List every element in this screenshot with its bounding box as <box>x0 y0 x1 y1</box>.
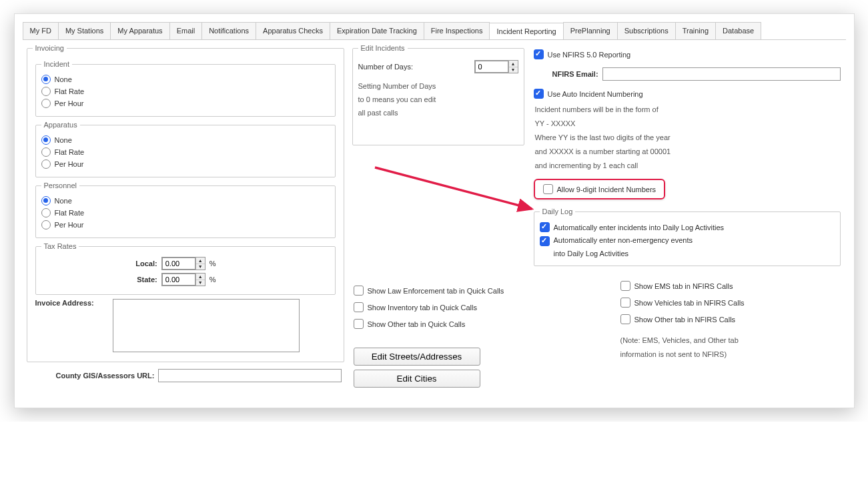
tab-subscriptions[interactable]: Subscriptions <box>617 22 676 39</box>
incident-none-radio[interactable] <box>41 75 51 84</box>
show-other-nfirs-checkbox[interactable] <box>620 314 630 324</box>
tab-expiration-date-tracking[interactable]: Expiration Date Tracking <box>330 22 424 39</box>
show-law-label: Show Law Enforcement tab in Quick Calls <box>368 287 504 295</box>
daily-log-legend: Daily Log <box>540 207 576 215</box>
days-input[interactable] <box>475 61 508 73</box>
settings-window: My FDMy StationsMy ApparatusEmailNotific… <box>14 13 855 408</box>
auto-numbering-checkbox[interactable] <box>534 89 544 99</box>
local-rate-spinner[interactable]: ▲ ▼ <box>161 257 205 270</box>
local-unit: % <box>209 260 216 268</box>
personnel-legend: Personnel <box>41 181 80 189</box>
radio-label: Per Hour <box>55 160 84 168</box>
incident-legend: Incident <box>41 60 73 68</box>
use-nfirs50-label: Use NFIRS 5.0 Reporting <box>548 51 631 59</box>
allow-9-digit-checkbox[interactable] <box>543 184 553 194</box>
allow-9-digit-highlight: Allow 9-digit Incident Numbers <box>534 179 666 199</box>
show-other-qc-label: Show Other tab in Quick Calls <box>368 320 466 328</box>
chevron-up-icon[interactable]: ▲ <box>509 61 518 67</box>
chevron-down-icon[interactable]: ▼ <box>196 264 205 270</box>
edit-streets-button[interactable]: Edit Streets/Addresses <box>354 348 480 366</box>
invoice-address-input[interactable] <box>113 299 300 352</box>
nfirs-email-label: NFIRS Email: <box>552 70 598 78</box>
format-line: Incident numbers will be in the form of <box>535 103 841 117</box>
state-unit: % <box>209 276 216 284</box>
state-rate-input[interactable] <box>162 274 195 286</box>
personnel-group: Personnel NoneFlat RatePer Hour <box>35 181 336 238</box>
radio-label: None <box>55 197 72 205</box>
county-gis-input[interactable] <box>158 369 341 382</box>
tax-rates-legend: Tax Rates <box>41 242 79 250</box>
invoicing-legend: Invoicing <box>33 44 67 52</box>
apparatus-none-radio[interactable] <box>41 135 51 145</box>
radio-label: Flat Rate <box>55 148 85 156</box>
allow-9-digit-label: Allow 9-digit Incident Numbers <box>557 185 657 193</box>
chevron-up-icon[interactable]: ▲ <box>196 258 205 264</box>
tab-fire-inspections[interactable]: Fire Inspections <box>424 22 490 39</box>
auto-incidents-checkbox[interactable] <box>540 222 550 232</box>
edit-incidents-legend: Edit Incidents <box>358 44 408 52</box>
format-line: Where YY is the last two digits of the y… <box>535 131 841 145</box>
local-label: Local: <box>124 260 157 268</box>
tab-apparatus-checks[interactable]: Apparatus Checks <box>256 22 330 39</box>
auto-nonemerg-checkbox[interactable] <box>540 236 550 246</box>
tab-incident-reporting[interactable]: Incident Reporting <box>489 23 563 40</box>
personnel-none-radio[interactable] <box>41 196 51 205</box>
format-line: and XXXXX is a number starting at 00001 <box>535 145 841 159</box>
show-other-qc-checkbox[interactable] <box>354 319 364 329</box>
format-line: and incrementing by 1 each call <box>535 159 841 173</box>
local-rate-input[interactable] <box>162 258 195 270</box>
radio-label: Per Hour <box>55 221 84 229</box>
invoicing-group: Invoicing Incident NoneFlat RatePer Hour… <box>27 44 344 362</box>
auto-nonemerg-label: Automatically enter non-emergency events <box>554 236 693 244</box>
radio-label: None <box>55 136 72 144</box>
show-vehicles-checkbox[interactable] <box>620 298 630 308</box>
days-spinner[interactable]: ▲ ▼ <box>474 60 518 73</box>
apparatus-legend: Apparatus <box>41 121 80 129</box>
show-law-checkbox[interactable] <box>354 286 364 296</box>
show-ems-checkbox[interactable] <box>620 281 630 291</box>
incident-group: Incident NoneFlat RatePer Hour <box>35 60 336 117</box>
auto-incidents-label: Automatically enter incidents into Daily… <box>554 223 725 231</box>
tab-my-apparatus[interactable]: My Apparatus <box>110 22 169 39</box>
show-inventory-checkbox[interactable] <box>354 302 364 312</box>
radio-label: Per Hour <box>55 99 84 107</box>
tab-email[interactable]: Email <box>169 22 203 39</box>
state-rate-spinner[interactable]: ▲ ▼ <box>161 273 205 286</box>
tab-training[interactable]: Training <box>675 22 716 39</box>
note-line: (Note: EMS, Vehicles, and Other tab <box>620 334 841 348</box>
tab-preplanning[interactable]: PrePlanning <box>563 22 618 39</box>
daily-log-group: Daily Log Automatically enter incidents … <box>534 207 841 266</box>
auto-numbering-label: Use Auto Incident Numbering <box>548 90 643 98</box>
show-other-nfirs-label: Show Other tab in NFIRS Calls <box>634 316 736 324</box>
tab-notifications[interactable]: Notifications <box>201 22 256 39</box>
edit-cities-button[interactable]: Edit Cities <box>354 370 480 388</box>
show-inventory-label: Show Inventory tab in Quick Calls <box>368 304 477 312</box>
show-vehicles-label: Show Vehicles tab in NFIRS Calls <box>634 299 745 307</box>
tab-my-fd[interactable]: My FD <box>23 22 59 39</box>
apparatus-flat-rate-radio[interactable] <box>41 147 51 157</box>
apparatus-group: Apparatus NoneFlat RatePer Hour <box>35 121 336 177</box>
incident-flat-rate-radio[interactable] <box>41 87 51 96</box>
use-nfirs50-checkbox[interactable] <box>534 49 544 59</box>
county-gis-label: County GIS/Assessors URL: <box>56 372 155 380</box>
nfirs-email-input[interactable] <box>602 67 841 81</box>
days-label: Number of Days: <box>358 63 414 71</box>
chevron-down-icon[interactable]: ▼ <box>509 67 518 73</box>
settings-tabs: My FDMy StationsMy ApparatusEmailNotific… <box>23 22 846 40</box>
personnel-per-hour-radio[interactable] <box>41 220 51 229</box>
chevron-down-icon[interactable]: ▼ <box>196 280 205 286</box>
incident-per-hour-radio[interactable] <box>41 99 51 108</box>
note-line: information is not sent to NFIRS) <box>620 348 841 362</box>
apparatus-per-hour-radio[interactable] <box>41 159 51 169</box>
auto-nonemerg-label2: into Daily Log Activities <box>554 250 693 258</box>
personnel-flat-rate-radio[interactable] <box>41 208 51 217</box>
show-ems-label: Show EMS tab in NFIRS Calls <box>634 282 733 290</box>
help-line: Setting Number of Days <box>358 80 518 93</box>
edit-incidents-group: Edit Incidents Number of Days: ▲ ▼ Setti… <box>352 44 524 145</box>
format-line: YY - XXXXX <box>535 117 841 131</box>
help-line: all past calls <box>358 107 518 120</box>
radio-label: None <box>55 75 72 83</box>
tab-database[interactable]: Database <box>715 22 761 39</box>
tab-my-stations[interactable]: My Stations <box>58 22 111 39</box>
chevron-up-icon[interactable]: ▲ <box>196 274 205 280</box>
